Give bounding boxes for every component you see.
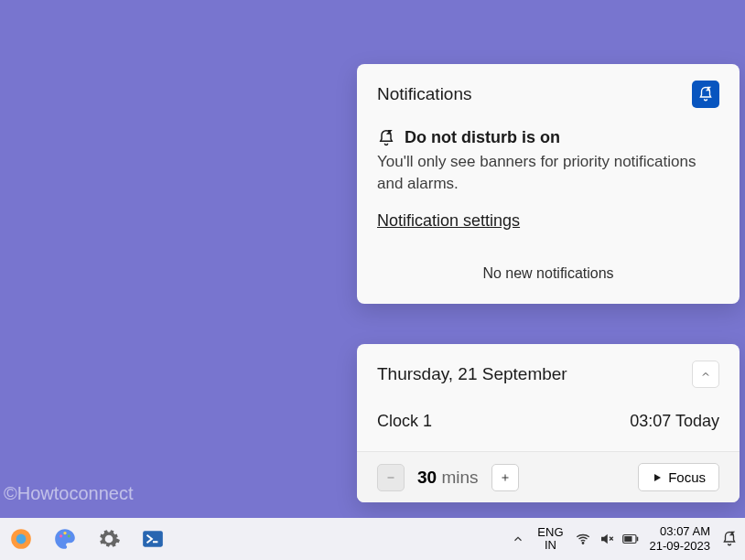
svg-rect-9 [636, 537, 638, 542]
gear-icon [97, 527, 121, 551]
notification-settings-link[interactable]: Notification settings [377, 211, 520, 230]
taskbar-app-paint[interactable] [49, 523, 81, 555]
dnd-status-body: You'll only see banners for priority not… [377, 151, 719, 195]
taskbar-time: 03:07 AM [650, 524, 711, 539]
svg-point-3 [63, 532, 66, 534]
focus-decrease-button[interactable] [377, 464, 405, 491]
bell-snooze-icon [697, 86, 714, 102]
svg-point-2 [59, 534, 62, 537]
language-primary: ENG [537, 526, 563, 539]
bell-snooze-icon [377, 129, 395, 147]
additional-clock-value: 03:07 Today [630, 412, 719, 431]
chevron-up-icon [700, 369, 711, 380]
svg-point-6 [582, 543, 584, 544]
calendar-date: Thursday, 21 September [377, 364, 567, 384]
no-notifications-text: No new notifications [377, 265, 719, 282]
focus-duration-number: 30 [417, 468, 437, 487]
svg-point-1 [16, 534, 27, 544]
taskbar-app-powershell[interactable] [137, 523, 168, 555]
focus-duration: 30 mins [417, 468, 479, 488]
browser-icon [9, 527, 33, 551]
battery-icon [622, 531, 639, 547]
taskbar-app-settings[interactable] [93, 523, 124, 555]
taskbar-app-browser[interactable] [5, 523, 37, 555]
watermark-text: ©Howtoconnect [4, 483, 133, 504]
notifications-title: Notifications [377, 84, 472, 104]
plus-icon [500, 472, 511, 483]
svg-rect-8 [624, 536, 632, 542]
taskbar-date: 21-09-2023 [650, 539, 711, 554]
play-icon [652, 472, 663, 483]
calendar-panel: Thursday, 21 September Clock 1 03:07 Tod… [357, 344, 740, 502]
wifi-icon [575, 531, 591, 547]
notification-center-button[interactable] [721, 531, 738, 547]
focus-button-label: Focus [668, 469, 706, 485]
focus-increase-button[interactable] [491, 464, 519, 491]
focus-session-row: 30 mins Focus [357, 451, 740, 502]
collapse-button[interactable] [692, 361, 719, 388]
minus-icon [385, 472, 396, 483]
notifications-panel: Notifications Do not disturb is on You'l… [357, 64, 740, 304]
tray-overflow-button[interactable] [510, 531, 526, 547]
palette-icon [53, 527, 77, 551]
system-tray[interactable] [575, 531, 639, 547]
bell-snooze-icon [721, 531, 738, 547]
svg-point-4 [68, 534, 70, 537]
taskbar-clock[interactable]: 03:07 AM 21-09-2023 [650, 524, 711, 553]
dnd-status-title: Do not disturb is on [405, 128, 560, 147]
chevron-up-icon [512, 533, 524, 545]
powershell-icon [141, 527, 165, 551]
taskbar: ENG IN 03:07 AM 21-09-2023 [0, 518, 745, 560]
focus-duration-unit: mins [441, 468, 478, 487]
focus-start-button[interactable]: Focus [638, 463, 719, 491]
additional-clock-label: Clock 1 [377, 412, 432, 431]
language-switcher[interactable]: ENG IN [537, 526, 563, 553]
volume-muted-icon [599, 531, 615, 547]
language-secondary: IN [537, 539, 563, 552]
dnd-toggle-button[interactable] [692, 81, 719, 108]
